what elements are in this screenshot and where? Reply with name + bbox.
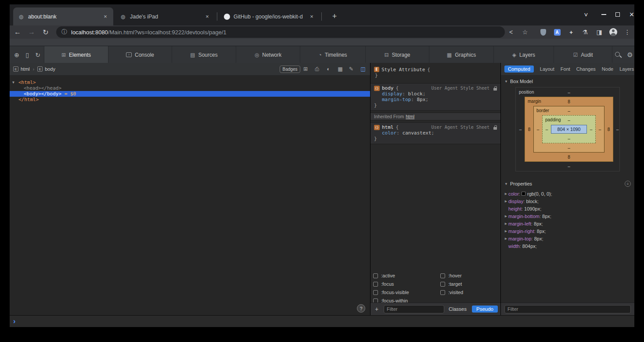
browser-tab-jades-ipad[interactable]: ◍ Jade's iPad × xyxy=(115,7,215,25)
disclosure-triangle-icon[interactable]: ▼ xyxy=(504,182,508,186)
grid-table-icon[interactable]: ⊞ xyxy=(301,65,310,73)
bookmark-star-icon[interactable]: ☆ xyxy=(519,26,531,38)
browser-tab-github[interactable]: GitHub - google/ios-webkit-d × xyxy=(219,7,320,25)
disclosure-triangle-icon[interactable]: ▶ xyxy=(504,237,508,240)
gear-icon[interactable]: ⚙ xyxy=(625,50,635,60)
breadcrumb-item-html[interactable]: html xyxy=(21,66,30,72)
tab-storage[interactable]: ⊟Storage xyxy=(365,46,429,63)
styles-filter-input[interactable] xyxy=(384,305,444,313)
checkbox[interactable] xyxy=(440,273,445,278)
tab-timelines[interactable]: ◔Timelines xyxy=(300,46,365,63)
tab-font[interactable]: Font xyxy=(561,66,570,72)
tab-close-icon[interactable]: × xyxy=(308,13,315,20)
property-row-width[interactable]: width804px xyxy=(504,242,634,250)
disclosure-triangle-icon[interactable]: ▶ xyxy=(504,192,508,196)
tab-graphics[interactable]: ▦Graphics xyxy=(429,46,493,63)
tab-node[interactable]: Node xyxy=(602,66,613,72)
dom-node-html-open[interactable]: ▼<html> xyxy=(10,80,370,85)
devtools-reload-icon[interactable]: ↻ xyxy=(32,50,43,60)
computed-filter-input[interactable] xyxy=(504,305,631,313)
tab-changes[interactable]: Changes xyxy=(576,66,596,72)
tab-console[interactable]: ›Console xyxy=(108,46,172,63)
search-icon[interactable] xyxy=(613,50,623,60)
property-row-margin-top[interactable]: ▶margin-top8px xyxy=(504,235,634,242)
inspect-element-icon[interactable]: ⊕ xyxy=(11,50,22,60)
side-panel-icon[interactable]: ◨ xyxy=(593,26,605,38)
add-rule-button[interactable]: + xyxy=(373,306,380,313)
appearance-toggle-icon[interactable]: ◐ xyxy=(324,65,333,73)
property-row-margin-right[interactable]: ▶margin-right8px xyxy=(504,227,634,235)
browser-menu-kebab-icon[interactable]: ⋮ xyxy=(621,26,633,38)
css-rule-html[interactable]: {} html { User Agent Style Sheet colorca… xyxy=(371,122,500,144)
pseudo-button[interactable]: Pseudo xyxy=(472,306,498,313)
pseudo-focus-visible[interactable]: :focus-visible xyxy=(373,289,440,296)
tab-elements[interactable]: ⊞Elements xyxy=(44,46,108,63)
tab-layers[interactable]: Layers xyxy=(619,66,634,72)
disclosure-triangle-icon[interactable]: ▶ xyxy=(504,222,508,226)
expand-arrow-icon[interactable]: ▼ xyxy=(12,80,18,85)
disclosure-triangle-icon[interactable]: ▶ xyxy=(504,229,508,233)
checkbox[interactable] xyxy=(373,273,378,278)
browser-tab-about-blank[interactable]: ◍ about:blank × xyxy=(13,7,113,25)
details-sidebar-toggle-icon[interactable]: ◫ xyxy=(359,65,367,73)
badges-button[interactable]: Badges xyxy=(280,65,300,73)
address-bar[interactable]: ⓘ localhost:8080/Main.html?ws=localhost:… xyxy=(56,26,505,38)
css-rule-body[interactable]: {} body { User Agent Style Sheet display… xyxy=(371,83,500,111)
maximize-button[interactable] xyxy=(611,8,624,21)
shield-extension-icon[interactable] xyxy=(537,26,549,38)
tab-computed[interactable]: Computed xyxy=(504,65,534,73)
close-window-button[interactable]: × xyxy=(625,8,638,21)
reload-button[interactable]: ↻ xyxy=(40,26,52,38)
edit-pencil-icon[interactable]: ✎ xyxy=(347,65,356,73)
properties-section-header[interactable]: ▼ Properties ≡ xyxy=(501,178,634,189)
box-model-section-header[interactable]: ▼ Box Model xyxy=(501,76,634,86)
flask-extension-icon[interactable]: ⚗ xyxy=(579,26,591,38)
help-button[interactable]: ? xyxy=(357,304,365,313)
checkbox[interactable] xyxy=(373,290,378,295)
minimize-button[interactable] xyxy=(597,8,610,21)
tab-sources[interactable]: ▤Sources xyxy=(172,46,236,63)
console-prompt-bar[interactable]: › xyxy=(10,315,634,327)
new-tab-button[interactable]: + xyxy=(328,10,341,22)
checkbox[interactable] xyxy=(440,290,445,295)
back-button[interactable]: ← xyxy=(11,26,24,38)
translate-extension-icon[interactable]: A xyxy=(551,26,563,38)
disclosure-triangle-icon[interactable]: ▶ xyxy=(504,215,508,218)
profile-avatar[interactable] xyxy=(607,26,619,38)
property-row-color[interactable]: ▶colorrgb(0, 0, 0) xyxy=(504,190,634,197)
dom-node-html-close[interactable]: </html> xyxy=(10,97,370,102)
disclosure-triangle-icon[interactable]: ▶ xyxy=(504,200,508,203)
classes-button[interactable]: Classes xyxy=(449,306,467,312)
inherited-target-link[interactable]: html xyxy=(406,114,414,119)
grid-overlay-icon[interactable]: ▦ xyxy=(336,65,345,73)
properties-filter-menu-icon[interactable]: ≡ xyxy=(625,181,631,187)
property-row-display[interactable]: ▶displayblock xyxy=(504,197,634,205)
property-row-height[interactable]: height1090px xyxy=(504,205,634,212)
pseudo-hover[interactable]: :hover xyxy=(440,272,497,279)
pseudo-focus[interactable]: :focus xyxy=(373,280,440,287)
tab-close-icon[interactable]: × xyxy=(102,13,109,20)
share-icon[interactable]: < xyxy=(505,26,517,38)
pseudo-target[interactable]: :target xyxy=(440,280,497,287)
print-styles-icon[interactable]: ⎙ xyxy=(313,65,321,73)
checkbox[interactable] xyxy=(373,282,378,287)
pseudo-visited[interactable]: :visited xyxy=(440,289,497,296)
checkbox[interactable] xyxy=(440,282,445,287)
device-icon[interactable]: ▯ xyxy=(22,50,32,60)
tab-audit[interactable]: ☑Audit xyxy=(554,46,612,63)
tab-layers[interactable]: ◈Layers xyxy=(493,46,554,63)
tab-network[interactable]: ◎Network xyxy=(236,46,300,63)
property-row-margin-left[interactable]: ▶margin-left8px xyxy=(504,220,634,227)
dom-node-head[interactable]: <head></head> xyxy=(10,85,370,91)
pseudo-active[interactable]: :active xyxy=(373,272,440,279)
extensions-puzzle-icon[interactable]: + xyxy=(565,26,577,38)
tab-search-chevron-icon[interactable]: ˅ xyxy=(579,8,593,21)
tab-layout[interactable]: Layout xyxy=(540,66,554,72)
tab-close-icon[interactable]: × xyxy=(204,13,211,20)
property-row-margin-bottom[interactable]: ▶margin-bottom8px xyxy=(504,212,634,220)
forward-button[interactable]: → xyxy=(25,26,38,38)
disclosure-triangle-icon[interactable]: ▼ xyxy=(504,80,508,84)
dom-node-body-selected[interactable]: <body></body> = $0 xyxy=(10,91,370,97)
site-info-icon[interactable]: ⓘ xyxy=(61,28,67,36)
breadcrumb-item-body[interactable]: body xyxy=(45,66,55,72)
